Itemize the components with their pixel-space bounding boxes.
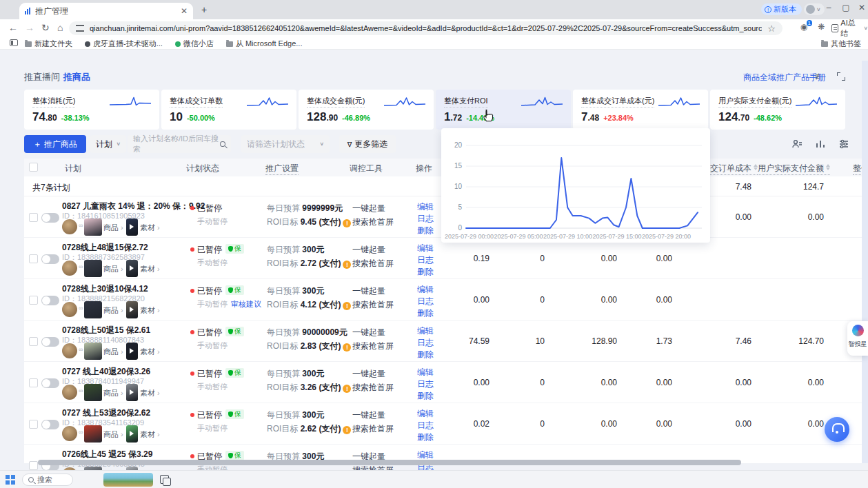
log-link[interactable]: 日志 — [417, 378, 434, 390]
bookmark-item[interactable]: 微信小店 — [175, 39, 214, 49]
row-checkbox[interactable] — [29, 461, 38, 470]
delete-link[interactable]: 删除 — [417, 266, 434, 278]
row-checkbox[interactable] — [29, 296, 38, 305]
search-top-screen-link[interactable]: 搜索抢首屏 — [352, 258, 394, 270]
taskbar-search[interactable]: 搜索 — [22, 474, 73, 486]
sort-icon[interactable] — [826, 164, 830, 170]
side-panel-icon[interactable] — [10, 39, 18, 46]
layout-settings-icon[interactable]: ≢ — [815, 72, 823, 81]
material-link[interactable]: 素材 › — [140, 347, 160, 357]
col-actions[interactable]: 操作 — [416, 163, 432, 174]
bookmark-star-icon[interactable]: ☆ — [767, 23, 776, 34]
review-suggestion-link[interactable]: 审核建议 — [231, 300, 261, 308]
plan-toggle-off[interactable] — [41, 296, 59, 305]
edit-link[interactable]: 编辑 — [417, 201, 434, 213]
delete-link[interactable]: 删除 — [417, 349, 434, 360]
search-top-screen-link[interactable]: 搜索抢首屏 — [352, 299, 394, 311]
browser-profile[interactable]: ∨ — [804, 3, 825, 15]
extensions-puzzle-icon[interactable]: ❋ — [816, 22, 827, 33]
select-all-checkbox[interactable] — [29, 163, 38, 172]
warning-info-icon[interactable]: ! — [343, 261, 351, 269]
plan-toggle-off[interactable] — [41, 213, 59, 223]
edit-link[interactable]: 编辑 — [417, 325, 434, 337]
url-field[interactable]: qianchuan.jinritemai.com/uni-prom?aavid=… — [69, 21, 783, 35]
back-icon[interactable]: ← — [8, 22, 18, 33]
product-link[interactable]: 商品 › — [103, 305, 123, 316]
task-view-icon[interactable] — [160, 475, 169, 484]
plan-toggle-off[interactable] — [41, 378, 59, 388]
bookmark-item[interactable]: 新建文件夹 — [25, 39, 72, 49]
status-filter-select[interactable]: 请筛选计划状态∨ — [241, 135, 330, 153]
material-link[interactable]: 素材 › — [140, 223, 160, 233]
window-close-button[interactable]: ✕ — [856, 3, 868, 12]
product-manual-link[interactable]: 商品全域推广产品手册 — [743, 72, 826, 83]
plan-search-input[interactable]: 输入计划名称/ID后回车搜索 — [128, 135, 231, 153]
one-key-boost-link[interactable]: 一键起量 — [352, 203, 385, 214]
col-plan[interactable]: 计划 — [65, 163, 81, 174]
product-link[interactable]: 商品 › — [103, 388, 123, 398]
horizontal-scrollbar[interactable] — [38, 460, 741, 465]
edit-link[interactable]: 编辑 — [417, 408, 434, 420]
promote-product-button[interactable]: ＋ 推广商品 — [24, 135, 86, 153]
warning-info-icon[interactable]: ! — [343, 426, 351, 434]
bookmark-item[interactable]: 虎牙直播-技术驱动... — [85, 39, 163, 49]
fullscreen-icon[interactable] — [837, 72, 845, 81]
row-checkbox[interactable] — [29, 378, 38, 387]
search-top-screen-link[interactable]: 搜索抢首屏 — [352, 423, 394, 435]
search-top-screen-link[interactable]: 搜索抢首屏 — [352, 382, 394, 394]
new-tab-button[interactable]: + — [201, 5, 207, 14]
stat-card[interactable]: 整体成交订单成本(元) 7.48+23.84% — [573, 90, 708, 130]
edit-link[interactable]: 编辑 — [417, 243, 434, 254]
custom-column-icon[interactable] — [791, 139, 803, 150]
stat-card[interactable]: 整体成交金额(元) 128.90-46.89% — [299, 90, 434, 130]
row-checkbox[interactable] — [29, 213, 38, 222]
window-maximize-button[interactable]: ▢ — [840, 3, 852, 12]
page-scrollbar[interactable] — [862, 61, 868, 463]
one-key-boost-link[interactable]: 一键起量 — [352, 244, 385, 256]
product-link[interactable]: 商品 › — [103, 264, 123, 274]
stat-card[interactable]: 用户实际支付金额(元) 124.70-48.62% — [710, 90, 845, 130]
other-bookmarks[interactable]: 其他书签 — [821, 39, 861, 49]
delete-link[interactable]: 删除 — [417, 307, 434, 319]
product-thumbnail[interactable] — [84, 384, 102, 401]
extension-icon[interactable]: ◉1 — [798, 22, 809, 33]
warning-info-icon[interactable]: ! — [343, 219, 351, 227]
delete-link[interactable]: 删除 — [417, 225, 434, 236]
edit-link[interactable]: 编辑 — [417, 367, 434, 378]
product-link[interactable]: 商品 › — [103, 347, 123, 357]
plan-toggle-off[interactable] — [41, 337, 59, 347]
product-link[interactable]: 商品 › — [103, 429, 123, 440]
stat-card[interactable]: 整体成交订单数 10-50.00% — [161, 90, 296, 130]
col-user-paid[interactable]: 用户实际支付金额 — [758, 163, 830, 175]
url-text[interactable]: qianchuan.jinritemai.com/uni-prom?aavid=… — [90, 24, 762, 32]
chart-columns-icon[interactable] — [815, 139, 826, 150]
one-key-boost-link[interactable]: 一键起量 — [352, 285, 385, 297]
bookmark-item[interactable]: 从 Microsoft Edge... — [226, 39, 303, 49]
plan-toggle-off[interactable] — [41, 254, 59, 264]
widgets-weather-thumbnail[interactable] — [103, 473, 153, 487]
col-status[interactable]: 计划状态 — [186, 163, 219, 174]
search-top-screen-link[interactable]: 搜索抢首屏 — [352, 340, 394, 352]
home-icon[interactable]: ⌂ — [57, 22, 63, 33]
material-link[interactable]: 素材 › — [140, 264, 160, 274]
stat-card[interactable]: 整体支付ROI 1.72-14.43% — [436, 90, 571, 130]
one-key-boost-link[interactable]: 一键起量 — [352, 368, 385, 380]
customer-service-button[interactable] — [825, 417, 849, 442]
warning-info-icon[interactable]: ! — [343, 302, 351, 310]
search-top-screen-link[interactable]: 搜索抢首屏 — [352, 216, 394, 228]
log-link[interactable]: 日志 — [417, 420, 434, 431]
product-thumbnail[interactable] — [84, 343, 102, 360]
product-thumbnail[interactable] — [84, 425, 102, 443]
one-key-boost-link[interactable]: 一键起量 — [352, 327, 385, 338]
product-thumbnail[interactable] — [84, 260, 102, 277]
site-settings-icon[interactable] — [76, 25, 84, 32]
material-link[interactable]: 素材 › — [140, 388, 160, 398]
warning-info-icon[interactable]: ! — [343, 343, 351, 352]
search-type-select[interactable]: 计划∨ — [90, 135, 126, 153]
search-icon[interactable] — [220, 141, 225, 147]
start-button[interactable] — [6, 475, 15, 485]
delete-link[interactable]: 删除 — [417, 390, 434, 402]
plan-toggle-off[interactable] — [41, 420, 59, 429]
tab-close-icon[interactable]: ✕ — [181, 6, 188, 16]
col-tools[interactable]: 调控工具 — [350, 163, 383, 174]
